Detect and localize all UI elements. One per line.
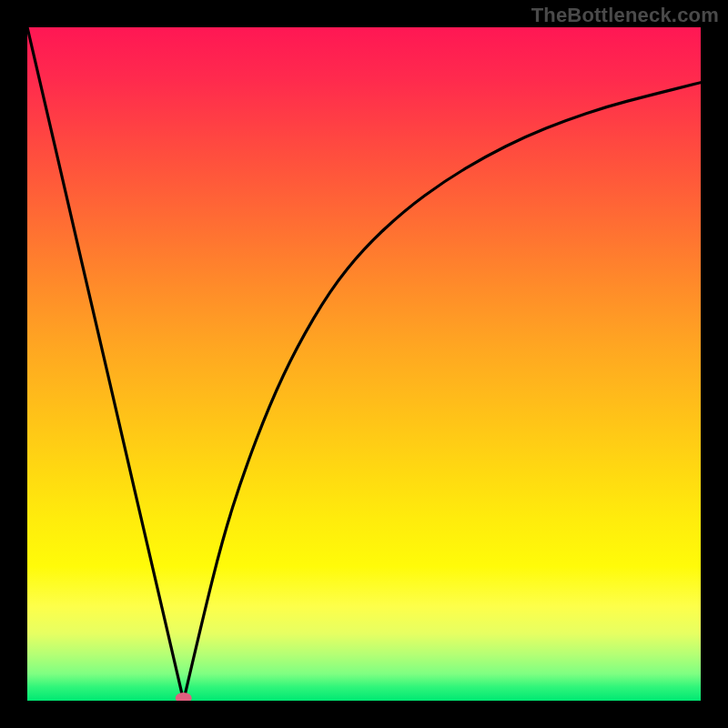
plot-area <box>27 27 701 701</box>
chart-container: TheBottleneck.com <box>0 0 728 728</box>
min-marker <box>176 693 192 701</box>
watermark-label: TheBottleneck.com <box>531 4 719 27</box>
curve-right-branch <box>184 83 701 701</box>
curve-left-branch <box>27 27 184 701</box>
bottleneck-curve <box>27 27 701 701</box>
